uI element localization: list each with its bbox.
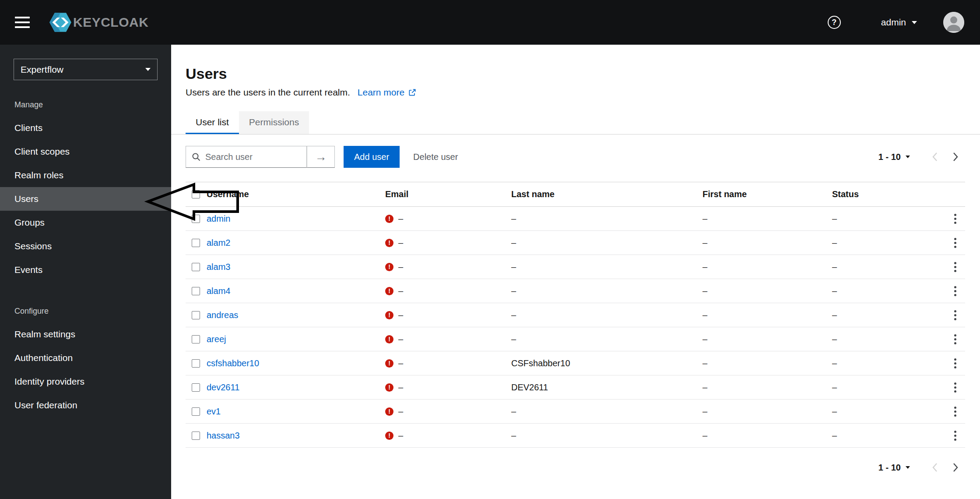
sidebar-item[interactable]: Realm settings [0, 322, 171, 346]
table-row: alam4 – – – – [186, 279, 965, 303]
last-name-value: – [511, 214, 703, 224]
row-checkbox[interactable] [192, 263, 200, 271]
tab-label: Permissions [249, 117, 299, 127]
username-link[interactable]: alam2 [207, 238, 230, 248]
sidebar-item-label: Users [14, 194, 39, 204]
realm-selector[interactable]: Expertflow [14, 59, 158, 80]
tab[interactable]: User list [186, 111, 239, 134]
delete-user-button[interactable]: Delete user [413, 152, 458, 162]
row-checkbox[interactable] [192, 359, 200, 368]
row-checkbox[interactable] [192, 311, 200, 319]
status-value: – [832, 334, 941, 344]
last-name-value: – [511, 334, 703, 344]
row-checkbox[interactable] [192, 407, 200, 416]
last-name-value: – [511, 407, 703, 417]
table-body: admin – – – – [186, 207, 965, 448]
pagination-range-dropdown-bottom[interactable]: 1 - 10 [878, 463, 910, 473]
row-checkbox[interactable] [192, 383, 200, 392]
column-header-first-name: First name [703, 189, 832, 199]
chevron-down-icon [912, 21, 917, 24]
username-link[interactable]: admin [207, 214, 230, 223]
users-table: Username Email Last name First name Stat… [186, 182, 965, 448]
last-name-value: – [511, 262, 703, 272]
add-user-button[interactable]: Add user [344, 146, 400, 168]
first-name-value: – [703, 431, 832, 441]
sidebar-item[interactable]: Groups [0, 211, 171, 234]
pagination-prev-button-bottom[interactable] [925, 457, 945, 478]
row-checkbox[interactable] [192, 287, 200, 295]
chevron-left-icon [932, 463, 938, 472]
pagination-next-button-bottom[interactable] [945, 457, 965, 478]
username-link[interactable]: alam4 [207, 286, 230, 296]
kebab-menu-button[interactable] [952, 404, 959, 419]
kebab-menu-button[interactable] [952, 332, 959, 347]
error-exclamation-icon [385, 287, 393, 295]
row-checkbox[interactable] [192, 335, 200, 343]
username-link[interactable]: csfshabber10 [207, 358, 259, 368]
username-link[interactable]: ev1 [207, 407, 221, 416]
kebab-menu-button[interactable] [952, 259, 959, 275]
sidebar-item[interactable]: Identity providers [0, 370, 171, 393]
keycloak-brand[interactable]: KEYCLOAK [49, 12, 148, 32]
first-name-value: – [703, 358, 832, 368]
kebab-menu-button[interactable] [952, 308, 959, 323]
error-exclamation-icon [385, 407, 393, 416]
row-checkbox[interactable] [192, 239, 200, 247]
pagination-prev-button[interactable] [925, 147, 945, 167]
username-link[interactable]: areej [207, 334, 226, 344]
row-checkbox[interactable] [192, 432, 200, 440]
first-name-value: – [703, 310, 832, 320]
toolbar: Add user Delete user 1 - 10 [186, 146, 965, 168]
username-link[interactable]: dev2611 [207, 382, 239, 392]
error-exclamation-icon [385, 432, 393, 440]
kebab-menu-button[interactable] [952, 356, 959, 371]
learn-more-link[interactable]: Learn more [358, 87, 417, 98]
brand-text: KEYCLOAK [73, 15, 148, 30]
sidebar-item[interactable]: Sessions [0, 234, 171, 258]
kebab-menu-button[interactable] [952, 428, 959, 443]
help-icon[interactable]: ? [828, 16, 841, 29]
sidebar-item[interactable]: Client scopes [0, 140, 171, 163]
tab[interactable]: Permissions [239, 111, 309, 134]
keycloak-logo-icon [49, 12, 72, 32]
pagination-range-dropdown[interactable]: 1 - 10 [878, 152, 910, 162]
sidebar-item-label: Sessions [14, 241, 52, 251]
sidebar-item[interactable]: Clients [0, 116, 171, 140]
avatar [943, 12, 964, 33]
first-name-value: – [703, 334, 832, 344]
chevron-down-icon [906, 466, 910, 469]
table-header-row: Username Email Last name First name Stat… [186, 182, 965, 207]
user-dropdown[interactable]: admin [881, 17, 917, 28]
kebab-menu-button[interactable] [952, 235, 959, 251]
username-link[interactable]: hassan3 [207, 431, 240, 440]
kebab-menu-button[interactable] [952, 380, 959, 395]
chevron-down-icon [906, 156, 910, 158]
row-checkbox[interactable] [192, 215, 200, 223]
sidebar-item[interactable]: Users [0, 187, 171, 211]
sidebar-item[interactable]: Realm roles [0, 163, 171, 187]
chevron-left-icon [932, 152, 938, 162]
sidebar-item[interactable]: Authentication [0, 346, 171, 370]
email-value: – [398, 262, 403, 272]
select-all-checkbox[interactable] [192, 190, 200, 198]
username-link[interactable]: alam3 [207, 262, 230, 272]
kebab-menu-button[interactable] [952, 283, 959, 299]
chevron-down-icon [145, 68, 151, 71]
search-input[interactable] [205, 152, 301, 162]
sidebar-item[interactable]: User federation [0, 393, 171, 417]
table-row: andreas – – – – [186, 303, 965, 327]
error-exclamation-icon [385, 263, 393, 271]
kebab-menu-button[interactable] [952, 211, 959, 226]
email-value: – [398, 286, 403, 296]
search-submit-button[interactable] [307, 146, 335, 168]
error-exclamation-icon [385, 335, 393, 343]
hamburger-menu-icon[interactable] [15, 17, 30, 28]
column-header-username: Username [207, 189, 385, 199]
sidebar-item[interactable]: Events [0, 258, 171, 282]
pagination-range-bottom: 1 - 10 [878, 463, 901, 473]
username-link[interactable]: andreas [207, 310, 238, 320]
sidebar-item-label: Groups [14, 217, 45, 228]
last-name-value: – [511, 286, 703, 296]
pagination-next-button[interactable] [945, 147, 965, 167]
search-group [186, 146, 335, 168]
